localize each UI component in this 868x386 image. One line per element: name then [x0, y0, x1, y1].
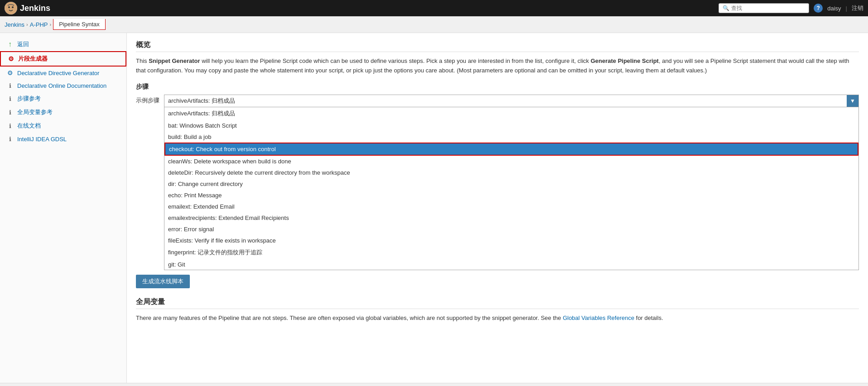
select-current-value: archiveArtifacts: 归档成品 [168, 97, 235, 105]
dropdown-item-deleteDir[interactable]: deleteDir: Recursively delete the curren… [164, 167, 858, 178]
steps-title: 步骤 [136, 83, 859, 91]
breadcrumb-bar: Jenkins › A-PHP › Pipeline Syntax [0, 16, 868, 33]
jenkins-logo[interactable]: Jenkins [5, 2, 50, 14]
logout-link[interactable]: 注销 [852, 4, 863, 12]
sidebar: ↑ 返回 ⚙ 片段生成器 ⚙ Declarative Directive Gen… [0, 33, 127, 383]
sidebar-back[interactable]: ↑ 返回 [0, 38, 126, 51]
dropdown-item-archiveArtifacts[interactable]: archiveArtifacts: 归档成品 [164, 107, 858, 120]
dropdown-item-checkout[interactable]: checkout: Check out from version control [164, 143, 858, 156]
global-vars-text-1: There are many features of the Pipeline … [136, 315, 563, 321]
main-layout: ↑ 返回 ⚙ 片段生成器 ⚙ Declarative Directive Gen… [0, 33, 868, 383]
info-icon-4: ℹ [6, 122, 14, 129]
svg-point-0 [5, 2, 17, 14]
overview-title: 概览 [136, 40, 859, 52]
dropdown-item-git[interactable]: git: Git [164, 259, 858, 270]
search-input[interactable] [731, 5, 804, 11]
topbar-divider: | [846, 5, 847, 12]
jenkins-avatar [5, 2, 17, 14]
overview-section: 概览 This Snippet Generator will help you … [136, 40, 859, 76]
step-row: 示例步骤 archiveArtifacts: 归档成品 ▼ archiveArt… [136, 95, 859, 270]
topbar-right: 🔍 ? daisy | 注销 [719, 3, 863, 13]
steps-label-text: 示例步骤 [136, 95, 159, 105]
generate-button[interactable]: 生成流水线脚本 [136, 275, 190, 288]
select-header[interactable]: archiveArtifacts: 归档成品 ▼ [164, 95, 859, 107]
steps-section: 步骤 示例步骤 archiveArtifacts: 归档成品 ▼ archive… [136, 83, 859, 288]
dropdown-list[interactable]: archiveArtifacts: 归档成品 bat: Windows Batc… [164, 107, 859, 270]
svg-point-1 [8, 6, 10, 8]
generate-area: 生成流水线脚本 [136, 275, 859, 288]
sidebar-item-snippet-generator[interactable]: ⚙ 片段生成器 [0, 51, 126, 67]
breadcrumb-current: Pipeline Syntax [53, 19, 106, 30]
overview-text-2: will help you learn the Pipeline Script … [200, 57, 591, 64]
global-vars-text: There are many features of the Pipeline … [136, 314, 859, 323]
info-icon-3: ℹ [6, 109, 14, 116]
dropdown-item-error[interactable]: error: Error signal [164, 224, 858, 235]
dropdown-item-emailext[interactable]: emailext: Extended Email [164, 201, 858, 212]
overview-text: This Snippet Generator will help you lea… [136, 57, 859, 76]
topbar-left: Jenkins [5, 2, 50, 14]
sidebar-item-label-5: 全局变量参考 [17, 108, 53, 116]
sidebar-item-label-6: 在线文档 [17, 122, 41, 130]
dropdown-item-build[interactable]: build: Build a job [164, 131, 858, 143]
sidebar-item-step-reference[interactable]: ℹ 步骤参考 [0, 92, 126, 105]
dropdown-arrow-icon: ▼ [847, 95, 858, 107]
search-box: 🔍 [719, 3, 809, 13]
gear-icon-1: ⚙ [7, 55, 14, 62]
dropdown-item-echo[interactable]: echo: Print Message [164, 190, 858, 201]
global-vars-text-2: for details. [634, 315, 663, 321]
info-icon-2: ℹ [6, 95, 14, 102]
dropdown-item-emailextrecipients[interactable]: emailextrecipients: Extended Email Recip… [164, 212, 858, 224]
sidebar-item-declarative-directive[interactable]: ⚙ Declarative Directive Generator [0, 67, 126, 79]
overview-bold-1: Snippet Generator [149, 57, 200, 64]
breadcrumb-jenkins[interactable]: Jenkins [5, 21, 24, 28]
dropdown-item-dir[interactable]: dir: Change current directory [164, 178, 858, 190]
content-area: 概览 This Snippet Generator will help you … [127, 33, 868, 383]
sidebar-item-label-7: IntelliJ IDEA GDSL [17, 136, 67, 143]
dropdown-item-fileExists[interactable]: fileExists: Verify if file exists in wor… [164, 235, 858, 246]
help-icon[interactable]: ? [814, 4, 823, 13]
sidebar-item-online-docs[interactable]: ℹ 在线文档 [0, 119, 126, 133]
select-wrapper: archiveArtifacts: 归档成品 ▼ archiveArtifact… [164, 95, 859, 270]
breadcrumb-sep-2: › [49, 22, 51, 27]
topbar: Jenkins 🔍 ? daisy | 注销 [0, 0, 868, 16]
breadcrumb-aphp[interactable]: A-PHP [30, 21, 48, 28]
info-icon-5: ℹ [6, 135, 14, 143]
dropdown-item-fingerprint[interactable]: fingerprint: 记录文件的指纹用于追踪 [164, 246, 858, 259]
sidebar-item-label-4: 步骤参考 [17, 95, 41, 103]
sidebar-item-intellij-gdsl[interactable]: ℹ IntelliJ IDEA GDSL [0, 133, 126, 145]
overview-text-1: This [136, 57, 149, 64]
sidebar-back-label: 返回 [17, 40, 29, 48]
global-vars-section: 全局变量 There are many features of the Pipe… [136, 297, 859, 323]
footer: https://blog.csdn.net/daisy... [0, 383, 868, 386]
overview-bold-2: Generate Pipeline Script [591, 57, 659, 64]
svg-point-2 [12, 6, 14, 8]
info-icon-1: ℹ [6, 82, 14, 89]
global-vars-title: 全局变量 [136, 297, 859, 309]
sidebar-item-global-var-reference[interactable]: ℹ 全局变量参考 [0, 105, 126, 119]
user-link[interactable]: daisy [827, 5, 841, 12]
dropdown-item-cleanWs[interactable]: cleanWs: Delete workspace when build is … [164, 156, 858, 167]
breadcrumb-sep-1: › [26, 22, 28, 27]
gear-icon-2: ⚙ [6, 69, 14, 76]
sidebar-item-label-2: Declarative Directive Generator [17, 70, 99, 76]
brand-label: Jenkins [20, 4, 50, 13]
search-icon: 🔍 [723, 5, 729, 11]
sidebar-item-declarative-online-docs[interactable]: ℹ Declarative Online Documentation [0, 79, 126, 92]
sidebar-item-label-1: 片段生成器 [18, 55, 48, 63]
back-arrow-icon: ↑ [6, 41, 14, 48]
sidebar-item-label-3: Declarative Online Documentation [17, 82, 106, 89]
global-vars-reference-link[interactable]: Global Variables Reference [563, 315, 634, 321]
dropdown-item-bat[interactable]: bat: Windows Batch Script [164, 120, 858, 131]
